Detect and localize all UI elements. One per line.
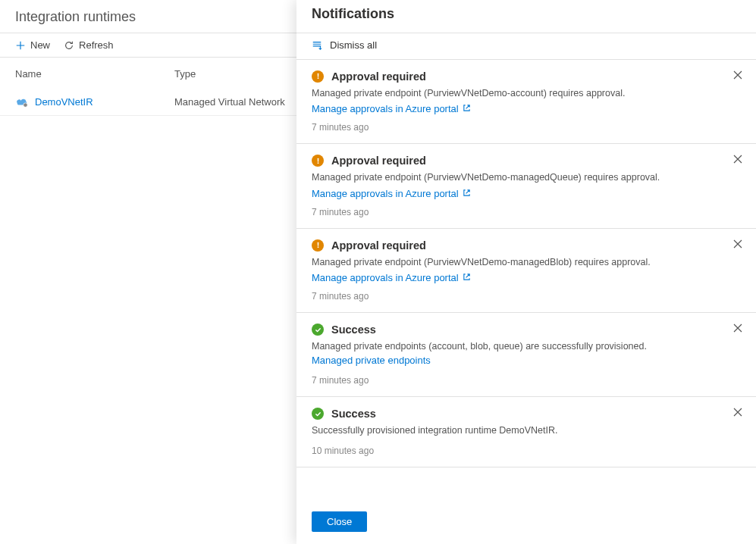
notification-close-button[interactable]	[730, 320, 745, 338]
external-link-icon	[463, 103, 471, 114]
refresh-label: Refresh	[79, 39, 114, 51]
notification-close-button[interactable]	[730, 152, 745, 169]
svg-point-1	[317, 77, 318, 79]
notification-description: Managed private endpoint (PurviewVNetDem…	[312, 87, 741, 101]
close-icon	[733, 239, 742, 251]
notification-link[interactable]: Manage approvals in Azure portal	[312, 272, 471, 283]
external-link-icon	[463, 272, 471, 283]
notification-time: 7 minutes ago	[312, 291, 741, 302]
success-icon	[312, 408, 324, 420]
warning-icon	[312, 239, 324, 252]
notification-link[interactable]: Managed private endpoints	[312, 354, 431, 367]
notification-item: Approval requiredManaged private endpoin…	[296, 144, 756, 229]
notification-link[interactable]: Manage approvals in Azure portal	[312, 188, 471, 199]
notification-close-button[interactable]	[730, 236, 745, 254]
notification-close-button[interactable]	[730, 405, 745, 422]
svg-point-0	[24, 102, 27, 106]
close-icon	[733, 408, 742, 419]
warning-icon	[312, 70, 324, 83]
close-button[interactable]: Close	[312, 511, 367, 532]
notification-item: Approval requiredManaged private endpoin…	[296, 229, 756, 314]
notification-description: Managed private endpoints (account, blob…	[312, 340, 741, 367]
close-icon	[733, 155, 742, 166]
notification-item: Approval requiredManaged private endpoin…	[296, 60, 756, 145]
runtime-link[interactable]: DemoVNetIR	[35, 96, 93, 108]
refresh-button[interactable]: Refresh	[64, 39, 114, 51]
notification-time: 7 minutes ago	[312, 207, 741, 217]
new-label: New	[30, 39, 50, 51]
dismiss-all-button[interactable]: Dismiss all	[312, 39, 377, 51]
notification-item: SuccessManaged private endpoints (accoun…	[296, 313, 756, 397]
runtime-type: Managed Virtual Network	[174, 96, 285, 108]
warning-icon	[312, 155, 324, 167]
notification-title: Approval required	[331, 70, 426, 83]
close-icon	[733, 70, 742, 82]
notification-close-button[interactable]	[730, 67, 745, 85]
new-button[interactable]: New	[15, 39, 50, 51]
notification-title: Approval required	[331, 155, 426, 167]
notification-description: Successfully provisioned integration run…	[312, 424, 741, 438]
svg-point-3	[317, 246, 318, 248]
notification-title: Approval required	[331, 239, 426, 252]
notification-title: Success	[331, 408, 376, 420]
notification-description: Managed private endpoint (PurviewVNetDem…	[312, 256, 741, 270]
notification-time: 10 minutes ago	[312, 446, 741, 456]
notification-link[interactable]: Manage approvals in Azure portal	[312, 103, 471, 114]
refresh-icon	[64, 40, 74, 51]
dismiss-all-label: Dismiss all	[330, 39, 377, 51]
column-name: Name	[15, 68, 174, 80]
dismiss-all-icon	[312, 40, 322, 51]
cloud-icon	[15, 97, 29, 108]
notifications-panel: Notifications Dismiss all Approval requi…	[296, 0, 756, 544]
close-icon	[733, 324, 742, 335]
notification-list: Approval requiredManaged private endpoin…	[296, 60, 756, 503]
notification-description: Managed private endpoint (PurviewVNetDem…	[312, 171, 741, 185]
notification-title: Success	[331, 324, 376, 336]
svg-point-2	[317, 162, 318, 164]
external-link-icon	[463, 188, 471, 199]
notification-time: 7 minutes ago	[312, 122, 741, 133]
plus-icon	[15, 40, 26, 51]
panel-title: Notifications	[296, 0, 756, 33]
success-icon	[312, 324, 324, 336]
notification-item: SuccessSuccessfully provisioned integrat…	[296, 397, 756, 467]
notification-time: 7 minutes ago	[312, 375, 741, 386]
